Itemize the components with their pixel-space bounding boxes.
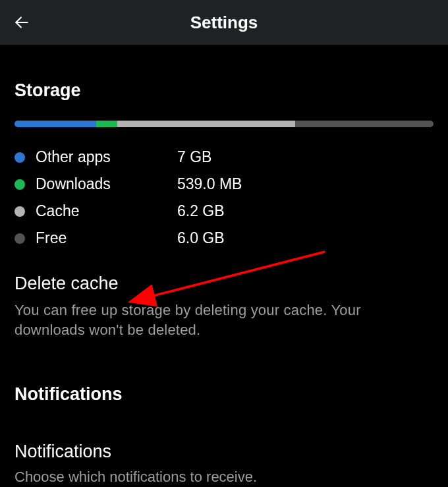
- delete-cache-description: You can free up storage by deleting your…: [14, 301, 434, 339]
- header-bar: Settings: [0, 0, 448, 45]
- legend-row: Downloads539.0 MB: [14, 177, 434, 192]
- storage-heading: Storage: [14, 80, 434, 101]
- notifications-item-description: Choose which notifications to receive.: [14, 467, 434, 487]
- legend-row: Free6.0 GB: [14, 231, 434, 246]
- content-area: Storage Other apps7 GBDownloads539.0 MBC…: [0, 80, 448, 487]
- bar-segment-free: [295, 121, 434, 127]
- storage-legend: Other apps7 GBDownloads539.0 MBCache6.2 …: [14, 150, 434, 246]
- bar-segment-cache: [117, 121, 295, 127]
- bar-segment-other-apps: [14, 121, 96, 127]
- legend-label: Downloads: [36, 177, 177, 192]
- notifications-heading: Notifications: [14, 384, 434, 405]
- delete-cache-title: Delete cache: [14, 273, 434, 294]
- legend-label: Cache: [36, 204, 177, 219]
- notifications-item[interactable]: Notifications Choose which notifications…: [14, 442, 434, 487]
- notifications-item-title: Notifications: [14, 442, 434, 462]
- legend-dot-icon: [14, 179, 25, 190]
- legend-value: 6.2 GB: [177, 204, 225, 219]
- arrow-left-icon: [13, 14, 30, 31]
- delete-cache-item[interactable]: Delete cache You can free up storage by …: [14, 273, 434, 339]
- storage-usage-bar: [14, 121, 434, 127]
- bar-segment-downloads: [96, 121, 117, 127]
- legend-label: Other apps: [36, 150, 177, 165]
- legend-dot-icon: [14, 233, 25, 244]
- page-title: Settings: [0, 13, 448, 33]
- legend-value: 539.0 MB: [177, 177, 242, 192]
- legend-value: 7 GB: [177, 150, 211, 165]
- legend-label: Free: [36, 231, 177, 246]
- legend-value: 6.0 GB: [177, 231, 225, 246]
- legend-dot-icon: [14, 152, 25, 163]
- legend-row: Other apps7 GB: [14, 150, 434, 165]
- legend-row: Cache6.2 GB: [14, 204, 434, 219]
- legend-dot-icon: [14, 206, 25, 217]
- back-button[interactable]: [12, 13, 32, 32]
